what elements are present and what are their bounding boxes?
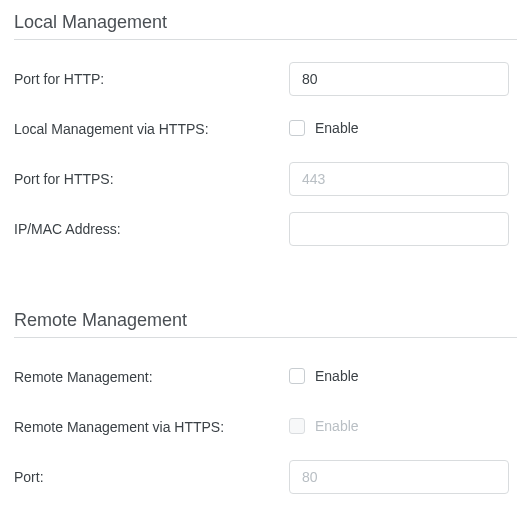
row-remote-https-enable: Remote Management via HTTPS: Enable: [14, 410, 517, 444]
remote-enable-label: Remote Management:: [14, 369, 289, 385]
remote-https-enable-label: Remote Management via HTTPS:: [14, 419, 289, 435]
remote-port-input: [289, 460, 509, 494]
row-local-https-enable: Local Management via HTTPS: Enable: [14, 112, 517, 146]
remote-https-enable-text: Enable: [315, 418, 359, 434]
remote-port-label: Port:: [14, 469, 289, 485]
row-ipmac: IP/MAC Address:: [14, 212, 517, 246]
https-port-input: [289, 162, 509, 196]
row-remote-port: Port:: [14, 460, 517, 494]
remote-enable-checkbox[interactable]: [289, 368, 305, 384]
local-https-enable-label: Local Management via HTTPS:: [14, 121, 289, 137]
remote-enable-text: Enable: [315, 368, 359, 384]
row-https-port: Port for HTTPS:: [14, 162, 517, 196]
local-https-enable-checkbox[interactable]: [289, 120, 305, 136]
https-port-label: Port for HTTPS:: [14, 171, 289, 187]
ipmac-input[interactable]: [289, 212, 509, 246]
row-remote-enable: Remote Management: Enable: [14, 360, 517, 394]
ipmac-label: IP/MAC Address:: [14, 221, 289, 237]
http-port-label: Port for HTTP:: [14, 71, 289, 87]
http-port-input[interactable]: [289, 62, 509, 96]
remote-https-enable-checkbox: [289, 418, 305, 434]
local-https-enable-text: Enable: [315, 120, 359, 136]
local-management-title: Local Management: [14, 12, 517, 33]
row-http-port: Port for HTTP:: [14, 62, 517, 96]
remote-management-title: Remote Management: [14, 310, 517, 331]
remote-divider: [14, 337, 517, 338]
local-divider: [14, 39, 517, 40]
